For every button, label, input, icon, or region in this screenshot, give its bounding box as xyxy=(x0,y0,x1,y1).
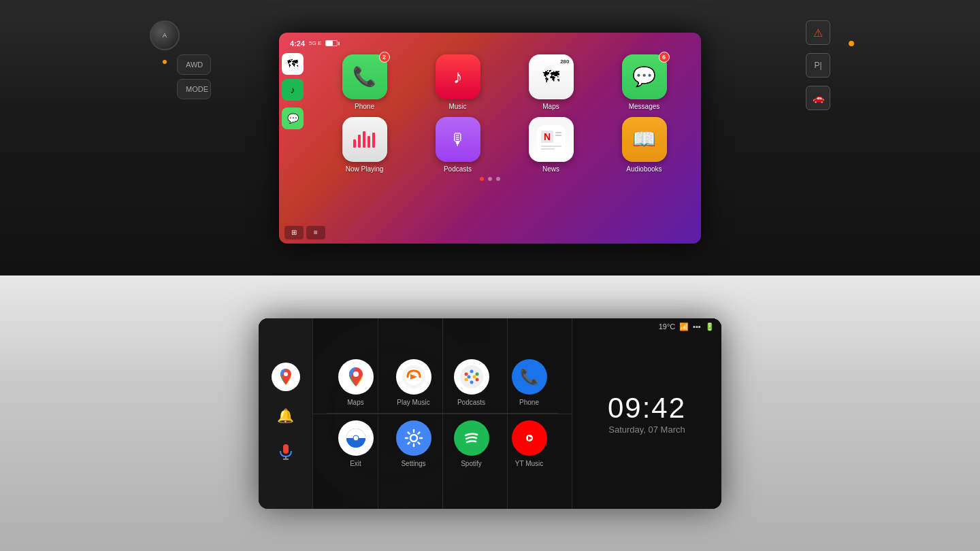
nowplaying-app[interactable]: Now Playing xyxy=(321,117,408,173)
grid-horizontal-sep xyxy=(313,414,572,414)
signal-indicator: 5G E xyxy=(309,40,321,46)
android-sidebar: 🔔 xyxy=(259,318,313,509)
svg-rect-11 xyxy=(541,146,561,147)
svg-rect-9 xyxy=(555,132,561,133)
parking-icon: P| xyxy=(806,53,830,78)
news-icon: N xyxy=(529,117,574,162)
svg-point-32 xyxy=(410,435,417,441)
audiobooks-app[interactable]: 📖 Audiobooks xyxy=(601,117,687,173)
carplay-time: 4:24 xyxy=(290,39,305,48)
android-playmusic-app[interactable]: Play Music xyxy=(385,352,442,414)
android-spotify-label: Spotify xyxy=(461,460,482,467)
carplay-screen: 4:24 5G E 🗺 ♪ 💬 📞 2 xyxy=(279,33,701,244)
android-ytmusic-label: YT Music xyxy=(515,460,544,467)
android-exit-icon xyxy=(338,420,374,456)
podcasts-app[interactable]: 🎙 Podcasts xyxy=(414,117,501,173)
android-app-grid-container: Maps Play Mus xyxy=(313,318,572,509)
svg-point-27 xyxy=(467,375,470,379)
carplay-knob[interactable]: A xyxy=(150,20,180,50)
dot-3[interactable] xyxy=(496,177,500,181)
podcasts-label: Podcasts xyxy=(444,165,472,173)
temperature-display: 19°C xyxy=(659,322,676,331)
messages-badge: 6 xyxy=(659,52,670,63)
google-maps-sidebar-icon[interactable] xyxy=(272,363,300,391)
messages-label: Messages xyxy=(629,103,660,110)
carplay-status-bar: 4:24 5G E xyxy=(284,38,696,50)
android-spotify-app[interactable]: Spotify xyxy=(442,414,500,474)
mode-button[interactable]: MODE xyxy=(177,79,211,99)
dot-2[interactable] xyxy=(488,177,492,181)
audiobooks-icon: 📖 xyxy=(622,117,667,162)
sidebar-spotify-icon[interactable]: ♪ xyxy=(282,79,304,101)
grid-icon[interactable]: ⊞ xyxy=(284,226,304,239)
android-date: Saturday, 07 March xyxy=(608,424,685,435)
svg-point-24 xyxy=(475,373,478,376)
svg-point-23 xyxy=(464,373,468,376)
svg-point-20 xyxy=(460,365,483,388)
list-icon[interactable]: ≡ xyxy=(306,226,325,239)
svg-point-31 xyxy=(353,435,359,441)
news-label: News xyxy=(542,165,559,173)
svg-point-26 xyxy=(475,378,478,382)
music-app[interactable]: ♪ Music xyxy=(414,54,501,110)
dot-1[interactable] xyxy=(480,177,484,181)
android-phone-app[interactable]: 📞 Phone xyxy=(500,352,558,414)
android-maps-icon xyxy=(338,359,374,395)
maps-icon: 🗺 280 xyxy=(529,54,574,99)
podcasts-icon: 🎙 xyxy=(436,117,480,162)
svg-rect-4 xyxy=(372,133,375,148)
android-playmusic-icon xyxy=(396,359,431,395)
maps-label: Maps xyxy=(542,103,559,110)
signal-icon: ▪▪▪ xyxy=(693,322,701,331)
android-phone-label: Phone xyxy=(519,399,539,406)
android-settings-app[interactable]: Settings xyxy=(385,414,442,474)
svg-rect-12 xyxy=(541,148,555,150)
wifi-icon: 📶 xyxy=(679,322,689,331)
svg-point-13 xyxy=(284,372,288,376)
android-clock-panel: 19°C 📶 ▪▪▪ 🔋 09:42 Saturday, 07 March xyxy=(572,318,721,509)
svg-text:N: N xyxy=(543,131,550,142)
audiobooks-label: Audiobooks xyxy=(626,165,662,173)
page-dots xyxy=(284,173,696,184)
svg-point-28 xyxy=(472,375,476,379)
carplay-toolbar: ⊞ ≡ xyxy=(284,226,325,239)
messages-icon: 💬 6 xyxy=(622,54,667,99)
warning-icon: ⚠ xyxy=(806,20,830,45)
svg-point-22 xyxy=(470,381,473,384)
android-podcasts-label: Podcasts xyxy=(457,399,485,406)
news-app[interactable]: N News xyxy=(508,117,594,173)
svg-rect-0 xyxy=(353,139,356,148)
android-ytmusic-icon xyxy=(512,420,547,456)
svg-point-25 xyxy=(464,378,468,382)
svg-rect-10 xyxy=(555,135,561,136)
sidebar-messages-icon[interactable]: 💬 xyxy=(282,107,304,129)
android-playmusic-label: Play Music xyxy=(397,399,429,406)
maps-app[interactable]: 🗺 280 Maps xyxy=(508,54,594,110)
svg-rect-1 xyxy=(358,135,361,148)
android-settings-label: Settings xyxy=(401,460,425,467)
android-maps-app[interactable]: Maps xyxy=(327,352,385,414)
nowplaying-label: Now Playing xyxy=(346,165,384,173)
android-exit-app[interactable]: Exit xyxy=(327,414,385,474)
android-phone-icon: 📞 xyxy=(512,359,547,395)
sidebar-maps-icon[interactable]: 🗺 xyxy=(282,53,304,75)
android-auto-section: 🔔 xyxy=(0,276,980,551)
svg-rect-14 xyxy=(283,444,289,454)
phone-app[interactable]: 📞 2 Phone xyxy=(321,54,408,110)
android-podcasts-app[interactable]: Podcasts xyxy=(442,352,500,414)
awd-button[interactable]: AWD xyxy=(177,54,211,75)
phone-label: Phone xyxy=(355,103,374,110)
phone-icon: 📞 2 xyxy=(342,54,387,99)
android-screen: 🔔 xyxy=(259,318,721,509)
battery-indicator xyxy=(325,40,338,46)
microphone-icon[interactable] xyxy=(274,440,298,465)
notifications-icon[interactable]: 🔔 xyxy=(274,403,298,428)
music-icon: ♪ xyxy=(436,54,480,99)
android-podcasts-icon xyxy=(454,359,489,395)
android-time: 09:42 xyxy=(608,392,686,424)
android-exit-label: Exit xyxy=(350,460,361,467)
messages-app[interactable]: 💬 6 Messages xyxy=(601,54,687,110)
android-spotify-icon xyxy=(454,420,489,456)
music-label: Music xyxy=(448,103,466,110)
android-ytmusic-app[interactable]: YT Music xyxy=(500,414,558,474)
